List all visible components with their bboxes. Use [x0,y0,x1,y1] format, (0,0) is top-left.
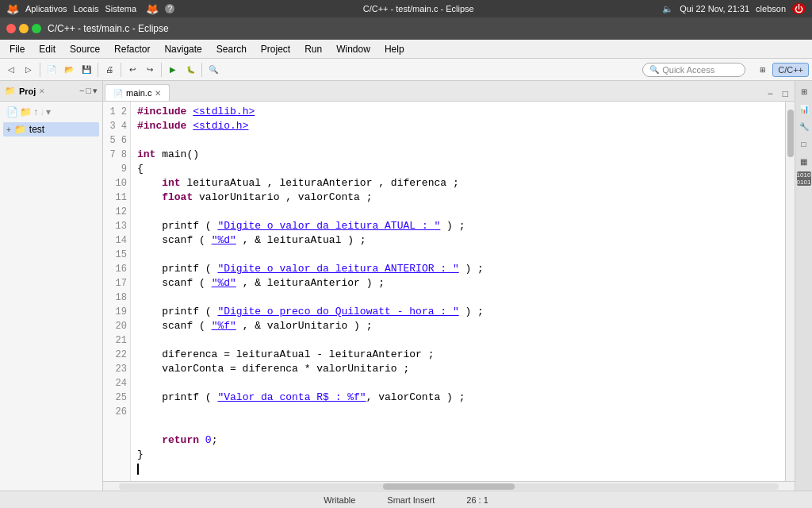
sidebar-arrow-icon[interactable]: ▾ [46,106,51,117]
system-bar-right: 🔈 Qui 22 Nov, 21:31 clebson ⏻ [662,3,806,14]
toolbar-print[interactable]: 🖨 [102,62,117,78]
rp-icon-6[interactable]: 10100101 [797,171,811,186]
sidebar-item-test-label: test [29,124,44,135]
eclipse-title: C/C++ - test/main.c - Eclipse [48,23,169,34]
editor-minimize-btn[interactable]: − [764,87,776,101]
sidebar-title-area: 📁 Proj ✕ [5,86,45,96]
sidebar: 📁 Proj ✕ − □ ▾ 📄 📁 ↑ ↓ ▾ [0,81,103,491]
code-content[interactable]: #include <stdlib.h> #include <stdio.h> i… [131,102,785,481]
toolbar-save[interactable]: 💾 [79,62,94,78]
minimize-button[interactable] [19,24,29,33]
sidebar-title: Proj [19,87,36,96]
menu-aplicativos[interactable]: Aplicativos [25,4,67,13]
code-editor: 1 2 3 4 5 6 7 8 9 10 11 12 13 14 15 16 1… [103,102,795,481]
status-writable: Writable [324,495,355,505]
menu-bar: File Edit Source Refactor Navigate Searc… [0,40,812,59]
perspective-cpp[interactable]: C/C++ [772,63,809,77]
rp-icon-5[interactable]: ▦ [797,154,811,168]
rp-icon-4[interactable]: □ [797,137,811,151]
toolbar-forward[interactable]: ▷ [21,62,36,78]
scrollbar-horizontal[interactable] [103,481,795,491]
toolbar-sep-2 [98,63,98,77]
menu-project[interactable]: Project [255,42,297,56]
scrollbar-h-track[interactable] [119,483,779,490]
status-bar: Writable Smart Insert 26 : 1 [0,491,812,508]
scrollbar-h-thumb[interactable] [383,483,515,490]
scrollbar-vertical[interactable] [785,102,795,481]
sidebar-add-icon: + [6,125,11,134]
tab-main-c-label: main.c [126,88,151,98]
menu-locais[interactable]: Locais [74,4,99,13]
menu-help[interactable]: Help [378,42,411,56]
firefox-icon[interactable]: 🦊 [6,3,19,15]
sidebar-toolbar-row[interactable]: 📄 📁 ↑ ↓ ▾ [3,105,99,119]
toolbar-sep-5 [201,63,202,77]
tabs-left: 📄 main.c ✕ [103,84,170,101]
tab-main-c[interactable]: 📄 main.c ✕ [105,84,170,101]
toolbar-sep-4 [161,63,162,77]
menu-file[interactable]: File [3,42,31,56]
menu-search[interactable]: Search [210,42,253,56]
main-area: 📁 Proj ✕ − □ ▾ 📄 📁 ↑ ↓ ▾ [0,81,812,491]
sidebar-down-icon: ↓ [40,106,44,117]
toolbar-undo[interactable]: ↩ [124,62,140,78]
sidebar-item-test[interactable]: + 📁 test [3,122,99,137]
maximize-button[interactable] [32,24,41,33]
quick-access-label: Quick Access [662,65,714,75]
sidebar-maximize[interactable]: □ [86,86,91,96]
speaker-icon: 🔈 [662,4,673,14]
sidebar-up-icon[interactable]: ↑ [33,106,38,117]
toolbar-build[interactable]: ▶ [165,62,181,78]
sidebar-new-icon[interactable]: 📄 [6,106,18,117]
system-bar-center: C/C++ - test/main.c - Eclipse [363,4,474,13]
toolbar-perspectives[interactable]: ⊞ [755,62,771,78]
sidebar-header-icons: − □ ▾ [79,86,98,96]
close-button[interactable] [6,24,16,33]
sidebar-header: 📁 Proj ✕ − □ ▾ [0,81,102,102]
menu-refactor[interactable]: Refactor [108,42,156,56]
toolbar-new[interactable]: 📄 [44,62,59,78]
toolbar-sep-3 [121,63,121,77]
rp-icon-2[interactable]: 📊 [797,102,811,116]
menu-navigate[interactable]: Navigate [158,42,208,56]
editor-tabs: 📄 main.c ✕ − □ [103,81,795,102]
toolbar-search[interactable]: 🔍 [205,62,221,78]
sidebar-folder-test-icon: 📁 [14,124,26,135]
system-bar-left: 🦊 Aplicativos Locais Sistema 🦊 ? [6,3,174,15]
toolbar-sep-1 [40,63,40,77]
menu-sistema[interactable]: Sistema [105,4,136,13]
scrollbar-thumb-v[interactable] [787,110,794,157]
power-icon[interactable]: ⏻ [792,3,806,14]
menu-run[interactable]: Run [298,42,328,56]
title-bar-buttons [6,24,41,33]
help-icon: ? [165,4,174,13]
sidebar-menu[interactable]: ▾ [93,86,98,96]
tab-close-button[interactable]: ✕ [155,89,161,98]
system-bar: 🦊 Aplicativos Locais Sistema 🦊 ? C/C++ -… [0,0,812,17]
search-icon: 🔍 [649,65,659,74]
sidebar-newf-icon[interactable]: 📁 [20,106,32,117]
menu-window[interactable]: Window [330,42,377,56]
status-insert: Smart Insert [387,495,435,505]
sidebar-minimize[interactable]: − [79,86,84,96]
toolbar-debug[interactable]: 🐛 [182,62,198,78]
rp-icon-3[interactable]: 🔧 [797,119,811,133]
rp-icon-1[interactable]: ⊞ [797,84,811,98]
c-file-icon: 📄 [113,89,123,98]
toolbar-back[interactable]: ◁ [3,62,19,78]
line-numbers: 1 2 3 4 5 6 7 8 9 10 11 12 13 14 15 16 1… [103,102,131,481]
editor-header-controls: − □ [761,87,795,101]
datetime: Qui 22 Nov, 21:31 [680,4,749,13]
title-bar: C/C++ - test/main.c - Eclipse [0,17,812,40]
menu-edit[interactable]: Edit [33,42,62,56]
sidebar-folder-icon: 📁 [5,86,16,96]
toolbar-open[interactable]: 📂 [61,62,77,78]
user: clebson [756,4,786,13]
quick-access-search[interactable]: 🔍 Quick Access [642,63,745,77]
toolbar-redo[interactable]: ↪ [142,62,158,78]
editor-maximize-btn[interactable]: □ [779,87,791,101]
menu-source[interactable]: Source [63,42,106,56]
editor-area: 📄 main.c ✕ − □ 1 2 3 4 5 6 7 8 9 10 11 1… [103,81,795,491]
sidebar-close-icon[interactable]: ✕ [39,87,45,95]
window-title: C/C++ - test/main.c - Eclipse [363,4,474,13]
